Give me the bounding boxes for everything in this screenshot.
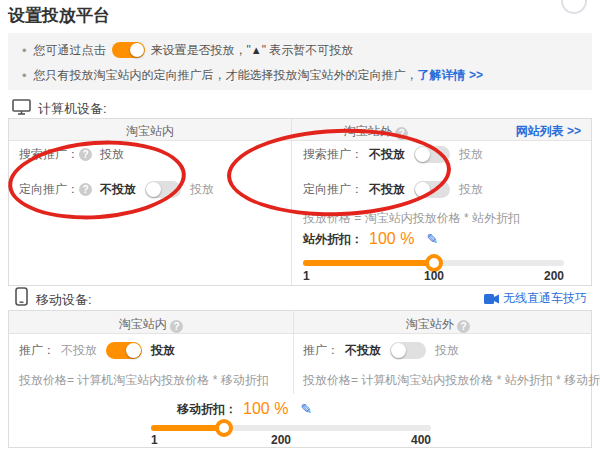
delivery-platform-panel: 设置投放平台 • 您可通过点击 来设置是否投放，" ▲ " 表示暂不可投放 • … [0, 0, 600, 449]
search-on-label: 投放 [459, 146, 483, 163]
computer-table-header: 淘宝站内 淘宝站外 ? 网站列表 >> [9, 119, 591, 141]
column-divider [291, 119, 292, 285]
targeted-off-label: 不投放 [100, 181, 136, 198]
targeted-off-label: 不投放 [369, 181, 405, 198]
help-icon[interactable]: ? [79, 183, 92, 196]
offsite-discount-row: 站外折扣： 100 % ✎ [303, 228, 438, 250]
mobile-onsite-promo-row: 推广： 不投放 投放 [19, 341, 175, 359]
offsite-discount-value: 100 % [369, 230, 414, 248]
slider-tick-max: 200 [524, 269, 564, 283]
toggle-knob [391, 343, 406, 358]
notice-line1-pre: 您可通过点击 [34, 42, 106, 59]
wireless-tips-link[interactable]: 无线直通车技巧 [484, 290, 587, 307]
onsite-search-row: 搜索推广： ? 投放 [19, 145, 124, 163]
computer-section-label: 计算机设备: [38, 100, 107, 118]
offsite-discount-slider[interactable] [303, 260, 564, 266]
targeted-on-label: 投放 [459, 181, 483, 198]
warning-icon: ▲ [251, 44, 262, 56]
promo-off-label: 不投放 [345, 342, 381, 359]
promo-label: 推广： [19, 342, 55, 359]
offsite-search-row: 搜索推广： 不投放 投放 [303, 145, 483, 163]
targeted-promo-label: 定向推广： [19, 181, 79, 198]
slider-tick-min: 1 [151, 433, 158, 447]
mobile-section-label: 移动设备: [36, 291, 92, 309]
search-promo-state: 投放 [100, 146, 124, 163]
slider-tick-mid: 200 [261, 433, 301, 447]
mobile-header-offsite-label: 淘宝站外 [406, 317, 454, 331]
toggle-knob [415, 182, 430, 197]
video-icon [484, 294, 499, 304]
promo-label: 推广： [303, 342, 339, 359]
toggle-knob [130, 43, 144, 57]
close-button[interactable] [561, 0, 587, 14]
help-icon[interactable]: ? [79, 148, 92, 161]
learn-more-link[interactable]: 了解详情 >> [418, 67, 483, 84]
slider-fill [151, 425, 224, 431]
offsite-discount-label: 站外折扣： [303, 231, 363, 248]
onsite-targeted-row: 定向推广： ? 不投放 投放 [19, 180, 214, 198]
targeted-on-label: 投放 [190, 181, 214, 198]
onsite-targeted-toggle[interactable] [145, 181, 181, 198]
slider-tick-mid: 100 [414, 269, 454, 283]
computer-header-onsite: 淘宝站内 [9, 123, 291, 140]
mobile-onsite-toggle[interactable] [106, 342, 142, 359]
mobile-discount-slider[interactable] [151, 425, 431, 431]
toggle-knob [146, 182, 161, 197]
page-title: 设置投放平台 [8, 4, 110, 27]
column-divider [293, 311, 294, 394]
notice-line1-end: " 表示暂不可投放 [262, 42, 354, 59]
offsite-targeted-row: 定向推广： 不投放 投放 [303, 180, 483, 198]
search-promo-label: 搜索推广： [19, 146, 79, 163]
computer-header-offsite-label: 淘宝站外 [344, 124, 392, 138]
help-icon[interactable]: ? [170, 320, 183, 333]
mobile-header-offsite: 淘宝站外 ? [293, 316, 583, 333]
slider-fill [303, 260, 434, 266]
slider-tick-min: 1 [303, 269, 310, 283]
mobile-discount-label: 移动折扣： [177, 401, 237, 418]
toggle-knob [415, 147, 430, 162]
edit-pencil-icon[interactable]: ✎ [426, 231, 438, 247]
offsite-price-formula: 投放价格 = 淘宝站内投放价格 * 站外折扣 [303, 209, 520, 227]
targeted-promo-label: 定向推广： [303, 181, 363, 198]
promo-off-label: 不投放 [61, 342, 97, 359]
notice-line-1: • 您可通过点击 来设置是否投放，" ▲ " 表示暂不可投放 [22, 40, 353, 60]
bullet-icon: • [22, 43, 27, 58]
mobile-table: 淘宝站内 ? 淘宝站外 ? 推广： 不投放 投放 投放价格= 计算机淘宝站内投放… [8, 310, 592, 448]
computer-header-offsite: 淘宝站外 ? [291, 123, 461, 140]
mobile-offsite-formula: 投放价格= 计算机淘宝站内投放价格 * 站外折扣 * 移动折扣 [303, 371, 600, 389]
mobile-offsite-toggle[interactable] [390, 342, 426, 359]
offsite-targeted-toggle[interactable] [414, 181, 450, 198]
notice-line-2: • 您只有投放淘宝站内的定向推广后，才能选择投放淘宝站外的定向推广， 了解详情 … [22, 65, 483, 85]
computer-table: 淘宝站内 淘宝站外 ? 网站列表 >> 搜索推广： ? 投放 定向推广： ? 不… [8, 118, 592, 286]
edit-pencil-icon[interactable]: ✎ [300, 401, 312, 417]
search-off-label: 不投放 [369, 146, 405, 163]
phone-icon [15, 287, 28, 306]
mobile-discount-row: 移动折扣： 100 % ✎ [177, 398, 312, 420]
help-icon[interactable]: ? [457, 320, 470, 333]
bullet-icon: • [22, 68, 27, 83]
mobile-onsite-formula: 投放价格= 计算机淘宝站内投放价格 * 移动折扣 [19, 371, 269, 389]
offsite-search-toggle[interactable] [414, 146, 450, 163]
slider-handle[interactable] [215, 419, 233, 437]
help-icon[interactable]: ? [395, 127, 408, 140]
monitor-icon [12, 99, 32, 115]
website-list-link[interactable]: 网站列表 >> [516, 123, 581, 140]
mobile-discount-value: 100 % [243, 400, 288, 418]
mobile-header-onsite: 淘宝站内 ? [9, 316, 293, 333]
notice-line1-mid: 来设置是否投放，" [151, 42, 251, 59]
notice-box: • 您可通过点击 来设置是否投放，" ▲ " 表示暂不可投放 • 您只有投放淘宝… [8, 33, 592, 90]
mobile-header-onsite-label: 淘宝站内 [119, 317, 167, 331]
promo-on-label: 投放 [435, 342, 459, 359]
example-toggle[interactable] [112, 42, 145, 58]
toggle-knob [126, 343, 141, 358]
mobile-table-header: 淘宝站内 ? 淘宝站外 ? [9, 311, 591, 334]
slider-tick-max: 400 [391, 433, 431, 447]
wireless-tips-label[interactable]: 无线直通车技巧 [503, 290, 587, 307]
mobile-offsite-promo-row: 推广： 不投放 投放 [303, 341, 459, 359]
notice-line2-text: 您只有投放淘宝站内的定向推广后，才能选择投放淘宝站外的定向推广， [34, 67, 418, 84]
search-promo-label: 搜索推广： [303, 146, 363, 163]
promo-on-label: 投放 [151, 342, 175, 359]
